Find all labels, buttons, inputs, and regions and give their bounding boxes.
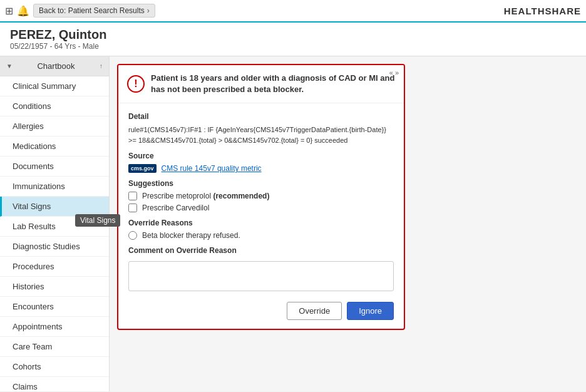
ignore-button[interactable]: Ignore xyxy=(347,302,394,320)
refused-label[interactable]: Beta blocker therapy refused. xyxy=(142,231,240,240)
top-nav: ⊞ 🔔 Back to: Patient Search Results › HE… xyxy=(0,0,586,23)
patient-dob: 05/22/1957 - 64 Yrs - Male xyxy=(10,42,576,51)
bell-icon[interactable]: 🔔 xyxy=(17,5,29,17)
back-label: Back to: Patient Search Results xyxy=(39,6,145,15)
sidebar: ▼ Chartbook ↑ Clinical Summary Condition… xyxy=(0,56,110,391)
sidebar-header[interactable]: ▼ Chartbook ↑ xyxy=(0,56,109,76)
refused-radio[interactable] xyxy=(128,231,137,240)
suggestions-label: Suggestions xyxy=(128,179,394,188)
sidebar-item-procedures[interactable]: Procedures xyxy=(0,257,109,277)
detail-label: Detail xyxy=(128,112,394,121)
source-row: cms.gov CMS rule 145v7 quality metric xyxy=(128,164,394,173)
sidebar-scroll-up-icon: ↑ xyxy=(100,63,103,70)
alert-title: Patient is 18 years and older with a dia… xyxy=(151,73,395,95)
comment-label: Comment on Override Reason xyxy=(128,246,394,255)
chevron-right-icon: › xyxy=(147,6,150,15)
suggestions-list: Prescribe metoprolol (recommended) Presc… xyxy=(128,192,394,212)
metoprolol-label[interactable]: Prescribe metoprolol (recommended) xyxy=(142,192,269,200)
home-icon[interactable]: ⊞ xyxy=(5,5,13,17)
sidebar-item-cohorts[interactable]: Cohorts xyxy=(0,357,109,377)
sidebar-item-documents[interactable]: Documents xyxy=(0,157,109,177)
cms-badge: cms.gov xyxy=(128,164,157,173)
sidebar-item-diagnostic-studies[interactable]: Diagnostic Studies xyxy=(0,237,109,257)
sidebar-item-conditions[interactable]: Conditions xyxy=(0,96,109,116)
metoprolol-checkbox[interactable] xyxy=(128,192,137,200)
alert-collapse-button[interactable]: « » xyxy=(389,69,399,76)
suggestion-carvedilol: Prescribe Carvedilol xyxy=(128,204,394,212)
alert-header: ! Patient is 18 years and older with a d… xyxy=(118,65,404,103)
top-nav-left: ⊞ 🔔 Back to: Patient Search Results › xyxy=(5,4,155,18)
comment-textarea[interactable] xyxy=(128,261,394,291)
carvedilol-label[interactable]: Prescribe Carvedilol xyxy=(142,204,209,212)
action-row: Override Ignore xyxy=(128,302,394,320)
sidebar-item-encounters[interactable]: Encounters xyxy=(0,297,109,317)
sidebar-item-vital-signs[interactable]: Vital Signs xyxy=(0,197,109,217)
source-label: Source xyxy=(128,152,394,160)
patient-name: PEREZ, Quinton xyxy=(10,28,576,42)
override-button[interactable]: Override xyxy=(287,302,342,320)
sidebar-item-medications[interactable]: Medications xyxy=(0,137,109,157)
sidebar-item-lab-results[interactable]: Lab Results xyxy=(0,217,109,237)
source-link[interactable]: CMS rule 145v7 quality metric xyxy=(162,164,262,173)
sidebar-item-immunizations[interactable]: Immunizations xyxy=(0,177,109,197)
override-options: Beta blocker therapy refused. xyxy=(128,231,394,240)
brand-name: HEALTHSHARE xyxy=(504,6,581,16)
sidebar-collapse-icon: ▼ xyxy=(6,63,13,70)
alert-icon: ! xyxy=(127,75,145,93)
sidebar-header-label: Chartbook xyxy=(37,61,75,71)
sidebar-item-care-team[interactable]: Care Team xyxy=(0,337,109,357)
back-button[interactable]: Back to: Patient Search Results › xyxy=(33,4,155,18)
carvedilol-checkbox[interactable] xyxy=(128,204,137,212)
main-layout: ▼ Chartbook ↑ Clinical Summary Condition… xyxy=(0,56,586,391)
sidebar-item-histories[interactable]: Histories xyxy=(0,277,109,297)
alert-card: ! Patient is 18 years and older with a d… xyxy=(117,64,405,330)
sidebar-item-claims[interactable]: Claims xyxy=(0,377,109,391)
content-area: ! Patient is 18 years and older with a d… xyxy=(110,56,586,391)
detail-text: rule#1(CMS145v7):IF#1 : IF {AgeInYears{C… xyxy=(128,125,394,145)
override-label: Override Reasons xyxy=(128,219,394,227)
suggestion-metoprolol: Prescribe metoprolol (recommended) xyxy=(128,192,394,200)
collapse-icon: « » xyxy=(389,69,399,76)
sidebar-item-appointments[interactable]: Appointments xyxy=(0,317,109,337)
sidebar-item-allergies[interactable]: Allergies xyxy=(0,116,109,137)
alert-body: Detail rule#1(CMS145v7):IF#1 : IF {AgeIn… xyxy=(118,103,404,329)
sidebar-item-clinical-summary[interactable]: Clinical Summary xyxy=(0,76,109,96)
override-refused: Beta blocker therapy refused. xyxy=(128,231,394,240)
patient-header: PEREZ, Quinton 05/22/1957 - 64 Yrs - Mal… xyxy=(0,23,586,56)
